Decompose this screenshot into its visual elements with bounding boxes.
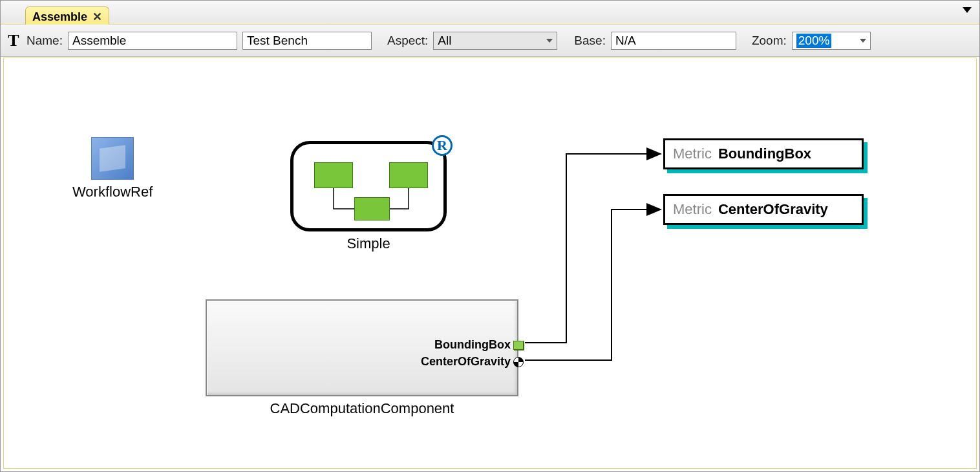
port-bb-label: BoundingBox <box>434 338 511 352</box>
aspect-dropdown[interactable]: All <box>433 32 557 50</box>
tab-assemble[interactable]: Assemble ✕ <box>25 6 109 25</box>
zoom-value: 200% <box>796 34 832 48</box>
zoom-label: Zoom: <box>752 34 787 48</box>
tab-bar: Assemble ✕ <box>1 1 979 25</box>
close-icon[interactable]: ✕ <box>92 10 102 24</box>
metric-prefix: Metric <box>673 145 712 162</box>
metric-bb-name: BoundingBox <box>718 145 811 162</box>
node-workflowref[interactable]: WorkflowRef <box>72 137 153 200</box>
metric-centerofgravity[interactable]: Metric CenterOfGravity <box>663 194 864 225</box>
base-label: Base: <box>574 34 606 48</box>
metric-boundingbox[interactable]: Metric BoundingBox <box>663 138 864 169</box>
type-icon: T <box>6 31 21 50</box>
chevron-down-icon <box>860 39 866 43</box>
base-input[interactable] <box>611 32 736 50</box>
tab-title: Assemble <box>32 10 87 24</box>
dropdown-menu-icon[interactable] <box>963 7 972 13</box>
workflowref-label: WorkflowRef <box>72 184 153 200</box>
metric-prefix: Metric <box>673 201 712 218</box>
target-icon <box>513 357 524 367</box>
workflow-icon <box>91 137 134 180</box>
toolbar: T Name: Aspect: All Base: Zoom: 200% <box>1 25 979 57</box>
type-input[interactable] <box>242 32 372 50</box>
zoom-dropdown[interactable]: 200% <box>792 32 871 50</box>
name-input[interactable] <box>68 32 237 50</box>
aspect-value: All <box>438 34 451 48</box>
aspect-label: Aspect: <box>387 34 428 48</box>
simple-box: R <box>290 141 447 231</box>
metric-cog-name: CenterOfGravity <box>718 201 828 218</box>
app-window: Assemble ✕ T Name: Aspect: All Base: Zoo… <box>0 0 980 472</box>
chevron-down-icon <box>546 39 553 43</box>
cadcomputation-label: CADComputationComponent <box>206 400 518 417</box>
port-boundingbox[interactable]: BoundingBox <box>434 338 524 352</box>
port-cog-label: CenterOfGravity <box>421 355 511 369</box>
simple-label: Simple <box>290 235 447 252</box>
node-cadcomputation[interactable]: BoundingBox CenterOfGravity CADComputati… <box>206 299 518 417</box>
comp-box: BoundingBox CenterOfGravity <box>206 299 518 396</box>
port-centerofgravity[interactable]: CenterOfGravity <box>421 355 524 369</box>
node-simple[interactable]: R Simple <box>290 141 447 252</box>
simple-internal-wires <box>293 144 443 228</box>
diagram-canvas[interactable]: WorkflowRef R Simple BoundingBox <box>3 58 977 469</box>
box-icon <box>513 341 524 350</box>
name-label: Name: <box>27 34 63 48</box>
